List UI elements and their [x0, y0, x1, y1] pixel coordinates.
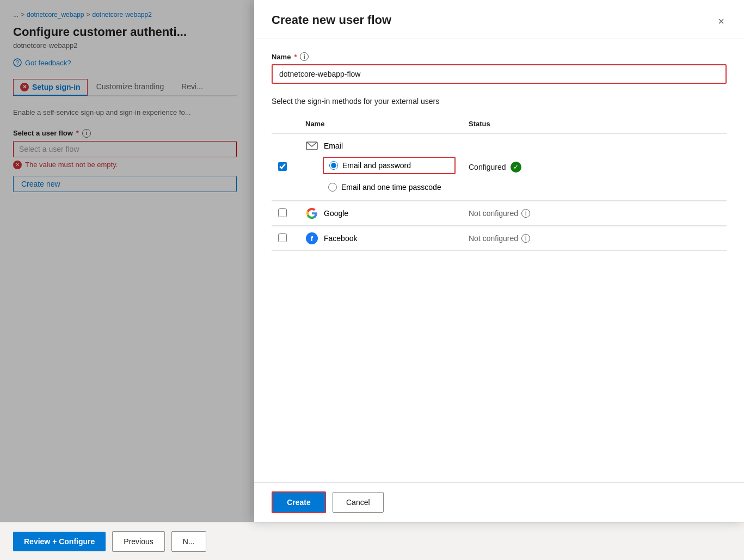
google-status-info-icon[interactable]: i: [521, 209, 530, 218]
email-name-cell: Email: [305, 139, 456, 152]
modal-footer: Create Cancel: [254, 482, 744, 522]
previous-button[interactable]: Previous: [112, 531, 164, 552]
email-icon: [305, 139, 318, 152]
methods-table: Name Status: [272, 114, 727, 251]
modal-panel: Create new user flow × Name * i Select t…: [254, 0, 744, 522]
modal-overlay: Create new user flow × Name * i Select t…: [0, 0, 744, 522]
modal-title: Create new user flow: [272, 13, 391, 27]
name-info-icon[interactable]: i: [300, 52, 309, 61]
google-row: Google Not configured i: [272, 201, 727, 226]
facebook-status: Not configured i: [469, 234, 720, 243]
email-otp-option[interactable]: Email and one time passcode: [323, 180, 456, 195]
google-method-name: Google: [324, 209, 348, 218]
email-status-label: Configured: [469, 163, 506, 171]
name-required-star: *: [294, 53, 297, 61]
create-button[interactable]: Create: [272, 491, 326, 513]
email-password-option[interactable]: Email and password: [323, 157, 456, 174]
review-configure-button[interactable]: Review + Configure: [13, 532, 106, 551]
name-form-group: Name * i: [272, 52, 727, 84]
email-password-radio[interactable]: [329, 161, 338, 170]
email-checkbox[interactable]: [278, 162, 287, 171]
facebook-row: f Facebook Not configured i: [272, 226, 727, 251]
col-header-checkbox: [272, 114, 299, 134]
name-input[interactable]: [272, 64, 727, 84]
email-otp-label: Email and one time passcode: [341, 183, 441, 192]
facebook-logo-icon: f: [306, 232, 318, 244]
sign-in-methods-label: Select the sign-in methods for your exte…: [272, 97, 727, 106]
email-row: Email Email and password: [272, 134, 727, 201]
bottom-bar: Review + Configure Previous N...: [0, 522, 744, 560]
facebook-status-label: Not configured: [469, 234, 518, 243]
google-name-cell: Google: [305, 207, 456, 220]
email-status: Configured ✓: [469, 162, 720, 173]
email-suboptions: Email and password Email and one time pa…: [305, 157, 456, 195]
next-button[interactable]: N...: [171, 531, 206, 552]
google-status-label: Not configured: [469, 209, 518, 218]
modal-header: Create new user flow ×: [254, 0, 744, 39]
facebook-name-cell: f Facebook: [305, 232, 456, 245]
facebook-status-info-icon[interactable]: i: [521, 234, 530, 243]
email-method-name: Email: [324, 141, 343, 150]
google-checkbox[interactable]: [278, 208, 287, 217]
modal-close-button[interactable]: ×: [716, 13, 727, 30]
email-icon-svg: [306, 141, 318, 150]
modal-body: Name * i Select the sign-in methods for …: [254, 39, 744, 482]
col-header-name: Name: [299, 114, 462, 134]
google-status: Not configured i: [469, 209, 720, 218]
configured-check-icon: ✓: [511, 162, 521, 173]
email-otp-radio[interactable]: [328, 183, 337, 192]
google-icon: [305, 207, 318, 220]
google-logo-icon: [306, 207, 318, 219]
facebook-method-name: Facebook: [324, 234, 357, 243]
name-field-label: Name * i: [272, 52, 727, 61]
cancel-button[interactable]: Cancel: [333, 492, 384, 513]
facebook-icon: f: [305, 232, 318, 245]
col-header-status: Status: [462, 114, 727, 134]
email-password-label: Email and password: [342, 161, 411, 170]
facebook-checkbox[interactable]: [278, 233, 287, 242]
